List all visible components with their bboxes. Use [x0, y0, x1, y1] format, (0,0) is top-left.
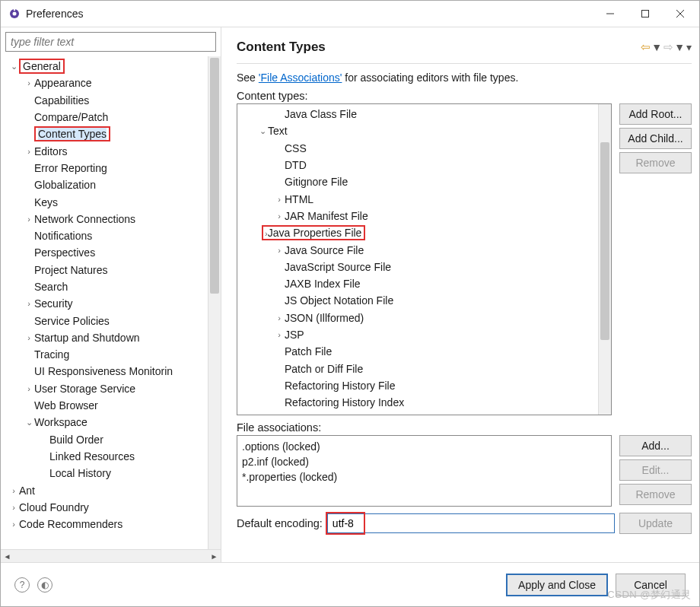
- body: ⌄General›AppearanceCapabilitiesCompare/P…: [1, 27, 699, 562]
- sidebar-item[interactable]: Globalization: [5, 176, 208, 193]
- sidebar-h-scrollbar[interactable]: ◄ ►: [1, 549, 221, 562]
- twisty-icon[interactable]: ›: [24, 384, 34, 393]
- content-type-item[interactable]: DTD: [237, 157, 598, 173]
- close-button[interactable]: [663, 2, 698, 26]
- content-type-item[interactable]: Patch or Diff File: [237, 360, 598, 377]
- content-type-item[interactable]: ›Java Properties File: [237, 224, 598, 241]
- sidebar-item[interactable]: Perspectives: [5, 244, 208, 261]
- sidebar-item[interactable]: Capabilities: [5, 92, 208, 109]
- menu-icon[interactable]: ▾: [686, 41, 692, 53]
- content-type-item[interactable]: JS Object Notation File: [237, 292, 598, 309]
- sidebar-item[interactable]: Build Order: [5, 431, 208, 448]
- cancel-button[interactable]: Cancel: [616, 574, 686, 596]
- help-icon[interactable]: ?: [14, 577, 30, 593]
- file-assoc-item[interactable]: p2.inf (locked): [242, 454, 606, 469]
- forward-icon[interactable]: ⇨▼: [663, 40, 685, 54]
- minimize-button[interactable]: [593, 2, 628, 26]
- twisty-icon[interactable]: ›: [274, 246, 285, 255]
- add-root-button[interactable]: Add Root...: [619, 103, 692, 125]
- sidebar-item[interactable]: ›User Storage Service: [5, 380, 208, 397]
- sidebar-item[interactable]: Notifications: [5, 227, 208, 244]
- remove-assoc-button[interactable]: Remove: [619, 484, 692, 505]
- content-type-item[interactable]: Java Class File: [237, 106, 598, 122]
- sidebar-item[interactable]: ›Cloud Foundry: [5, 499, 208, 516]
- twisty-icon[interactable]: ›: [8, 486, 19, 495]
- tree-label: Patch File: [285, 345, 332, 358]
- maximize-button[interactable]: [628, 2, 663, 26]
- filter-input[interactable]: [5, 32, 216, 52]
- file-assoc-item[interactable]: .options (locked): [242, 439, 606, 454]
- content-type-item[interactable]: ›JAR Manifest File: [237, 208, 598, 224]
- file-assoc-item[interactable]: *.properties (locked): [242, 469, 606, 485]
- content-header: Content Types ⇦▼ ⇨▼ ▾: [237, 30, 692, 64]
- content-type-item[interactable]: JavaScript Source File: [237, 259, 598, 275]
- twisty-icon[interactable]: ›: [24, 299, 34, 308]
- sidebar-item[interactable]: Error Reporting: [5, 160, 208, 176]
- import-export-icon[interactable]: ◐: [37, 577, 52, 593]
- content-types-tree[interactable]: Java Class File⌄TextCSSDTDGitignore File…: [237, 103, 612, 415]
- twisty-icon[interactable]: ›: [274, 211, 285, 221]
- content-type-item[interactable]: CSS: [237, 140, 598, 157]
- sidebar-item[interactable]: Tracing: [5, 346, 208, 363]
- sidebar-item[interactable]: Compare/Patch: [5, 109, 208, 126]
- twisty-icon[interactable]: ›: [24, 333, 34, 342]
- twisty-icon[interactable]: ⌄: [8, 62, 19, 72]
- sidebar-tree[interactable]: ⌄General›AppearanceCapabilitiesCompare/P…: [1, 56, 208, 549]
- sidebar-item[interactable]: ›Code Recommenders: [5, 516, 208, 532]
- edit-assoc-button[interactable]: Edit...: [619, 459, 692, 481]
- content-type-item[interactable]: ›JSON (Illformed): [237, 310, 598, 326]
- sidebar-item[interactable]: Content Types: [5, 126, 208, 142]
- sidebar-item[interactable]: Keys: [5, 193, 208, 210]
- sidebar-item[interactable]: ⌄Workspace: [5, 414, 208, 431]
- scroll-right-icon[interactable]: ►: [209, 551, 219, 561]
- twisty-icon[interactable]: ›: [8, 520, 19, 529]
- tree-label: Notifications: [34, 230, 92, 242]
- add-assoc-button[interactable]: Add...: [619, 435, 692, 456]
- content-type-item[interactable]: ›HTML: [237, 190, 598, 207]
- update-button[interactable]: Update: [619, 513, 692, 534]
- file-assoc-list[interactable]: .options (locked)p2.inf (locked)*.proper…: [237, 435, 612, 507]
- encoding-input[interactable]: [327, 513, 615, 533]
- remove-ct-button[interactable]: Remove: [619, 152, 692, 173]
- sidebar-item[interactable]: Project Natures: [5, 262, 208, 278]
- sidebar-item[interactable]: Linked Resources: [5, 448, 208, 465]
- sidebar-item[interactable]: Local History: [5, 465, 208, 481]
- content-type-item[interactable]: Refactoring History File: [237, 377, 598, 394]
- add-child-button[interactable]: Add Child...: [619, 128, 692, 149]
- description: See 'File Associations' for associating …: [237, 72, 692, 84]
- content-type-item[interactable]: ›JSP: [237, 326, 598, 343]
- file-associations-link[interactable]: 'File Associations': [259, 72, 342, 84]
- twisty-icon[interactable]: ›: [24, 215, 34, 224]
- ct-scrollbar[interactable]: [598, 104, 611, 415]
- twisty-icon[interactable]: ›: [274, 313, 285, 323]
- content-type-item[interactable]: Patch File: [237, 343, 598, 360]
- sidebar-item[interactable]: ›Network Connections: [5, 211, 208, 227]
- app-icon: [8, 8, 21, 20]
- content-type-item[interactable]: JAXB Index File: [237, 275, 598, 292]
- twisty-icon[interactable]: ›: [274, 195, 285, 204]
- sidebar-item[interactable]: ›Ant: [5, 481, 208, 498]
- twisty-icon[interactable]: ›: [24, 147, 34, 156]
- scroll-left-icon[interactable]: ◄: [2, 551, 12, 561]
- sidebar-item[interactable]: ›Editors: [5, 142, 208, 159]
- sidebar-item[interactable]: Web Browser: [5, 397, 208, 414]
- content-type-item[interactable]: ⌄Text: [237, 122, 598, 139]
- twisty-icon[interactable]: ⌄: [24, 418, 34, 427]
- back-icon[interactable]: ⇦▼: [641, 40, 662, 54]
- sidebar-item[interactable]: Service Policies: [5, 312, 208, 329]
- sidebar-item[interactable]: ›Appearance: [5, 75, 208, 91]
- content-type-item[interactable]: ›Java Source File: [237, 241, 598, 258]
- twisty-icon[interactable]: ⌄: [257, 126, 268, 136]
- sidebar-item[interactable]: Search: [5, 278, 208, 295]
- twisty-icon[interactable]: ›: [274, 330, 285, 339]
- sidebar-item[interactable]: ›Security: [5, 295, 208, 312]
- twisty-icon[interactable]: ›: [8, 503, 19, 512]
- content-type-item[interactable]: Refactoring History Index: [237, 394, 598, 411]
- twisty-icon[interactable]: ›: [24, 78, 34, 87]
- sidebar-item[interactable]: ›Startup and Shutdown: [5, 329, 208, 346]
- sidebar-scrollbar[interactable]: [208, 56, 221, 549]
- content-type-item[interactable]: Gitignore File: [237, 173, 598, 190]
- sidebar-item[interactable]: ⌄General: [5, 58, 208, 75]
- apply-close-button[interactable]: Apply and Close: [506, 574, 608, 596]
- sidebar-item[interactable]: UI Responsiveness Monitorin: [5, 363, 208, 380]
